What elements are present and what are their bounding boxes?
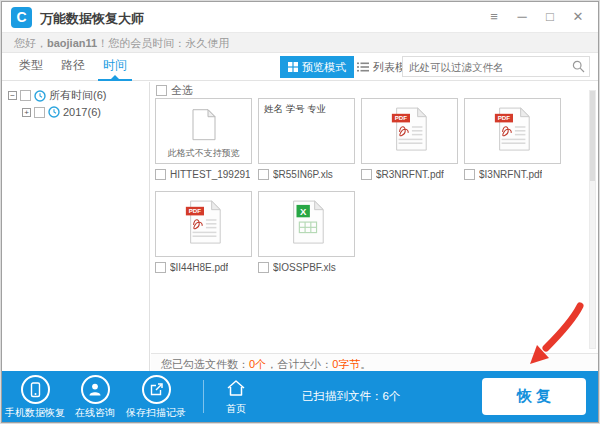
window-controls: ≡ ─ □ ✕	[480, 2, 592, 32]
online-support-button[interactable]: 在线咨询	[66, 375, 124, 420]
menu-icon[interactable]: ≡	[480, 2, 508, 32]
file-name: $II44H8E.pdf	[170, 262, 228, 273]
select-all-label: 全选	[171, 83, 193, 98]
svg-text:PDF: PDF	[497, 114, 510, 121]
no-preview-caption: 此格式不支持预览	[156, 147, 251, 160]
vertical-scrollbar[interactable]	[589, 90, 596, 349]
file-thumbnail[interactable]: X	[258, 191, 355, 257]
search-box	[402, 56, 590, 77]
tree-item-2017[interactable]: + 2017(6)	[22, 106, 101, 118]
pdf-file-icon: PDF	[389, 105, 431, 153]
app-window: C 万能数据恢复大师 ≡ ─ □ ✕ 您好，baojian11！您的会员时间：永…	[1, 1, 599, 423]
status-mid: ，合计大小：	[266, 358, 332, 370]
blank-file-icon	[191, 109, 217, 141]
scanned-count: 已扫描到文件：6个	[302, 371, 400, 422]
scrollbar-thumb[interactable]	[590, 91, 595, 181]
file-tile[interactable]: PDF $II44H8E.pdf	[155, 191, 252, 274]
preview-mode-label: 预览模式	[302, 60, 346, 75]
time-tree-panel: − 所有时间(6) + 2017(6)	[2, 82, 150, 371]
welcome-greeting: 您好，	[14, 37, 47, 49]
svg-text:X: X	[300, 206, 307, 217]
toolbar: 类型 路径 时间 预览模式 列表模式	[2, 53, 598, 81]
tree-item-label: 2017(6)	[63, 106, 101, 118]
home-button[interactable]: 首页	[214, 379, 258, 416]
phone-recovery-label: 手机数据恢复	[4, 406, 66, 420]
file-name: $I3NRFNT.pdf	[479, 169, 542, 180]
svg-text:PDF: PDF	[188, 207, 201, 214]
online-support-label: 在线咨询	[66, 406, 124, 420]
selected-count: 0个	[249, 358, 266, 370]
preview-mode-button[interactable]: 预览模式	[280, 56, 354, 78]
list-icon	[357, 62, 369, 72]
bottom-action-bar: 手机数据恢复 在线咨询 保存扫描记录	[2, 371, 598, 422]
file-checkbox[interactable]	[258, 262, 269, 273]
search-icon[interactable]	[572, 60, 585, 73]
selection-status-bar: 您已勾选文件数：0个，合计大小：0字节。	[151, 353, 598, 373]
tree-item-all-time[interactable]: − 所有时间(6)	[8, 88, 106, 103]
username: baojian11	[47, 37, 97, 49]
file-name: $R3NRFNT.pdf	[376, 169, 444, 180]
file-name: $R55IN6P.xls	[273, 169, 333, 180]
file-checkbox[interactable]	[155, 169, 166, 180]
select-all[interactable]: 全选	[156, 83, 193, 98]
phone-icon	[28, 382, 43, 398]
file-tile[interactable]: 姓名 学号 专业 $R55IN6P.xls	[258, 98, 355, 181]
status-end: 。	[360, 358, 371, 370]
expand-icon[interactable]: +	[22, 108, 31, 117]
title-bar: C 万能数据恢复大师 ≡ ─ □ ✕	[2, 2, 598, 32]
file-checkbox[interactable]	[361, 169, 372, 180]
app-title: 万能数据恢复大师	[40, 10, 144, 28]
welcome-suffix: ！您的会员时间：永久使用	[97, 37, 229, 49]
welcome-bar: 您好，baojian11！您的会员时间：永久使用	[2, 32, 598, 53]
collapse-icon[interactable]: −	[8, 91, 17, 100]
file-thumbnail[interactable]: 姓名 学号 专业	[258, 98, 355, 164]
file-area: 全选 此格式不支持预览 HITTEST_19929100... 姓名 学号 专业	[151, 82, 598, 351]
maximize-icon[interactable]: □	[536, 2, 564, 32]
home-icon	[226, 379, 246, 397]
pdf-file-icon: PDF	[183, 198, 225, 246]
search-input[interactable]	[409, 57, 569, 76]
select-all-checkbox[interactable]	[156, 85, 167, 96]
grid-icon	[288, 62, 298, 72]
tree-item-label: 所有时间(6)	[49, 88, 106, 103]
file-checkbox[interactable]	[155, 262, 166, 273]
file-tile[interactable]: PDF $R3NRFNT.pdf	[361, 98, 458, 181]
person-icon	[87, 382, 103, 397]
save-scan-record-label: 保存扫描记录	[124, 406, 188, 420]
save-scan-record-button[interactable]: 保存扫描记录	[124, 375, 188, 420]
app-logo-icon: C	[11, 7, 32, 28]
file-tile[interactable]: X $IOSSPBF.xls	[258, 191, 355, 274]
recover-button[interactable]: 恢 复	[482, 378, 586, 415]
clock-icon	[34, 90, 46, 102]
file-thumbnail[interactable]: PDF	[464, 98, 561, 164]
phone-recovery-button[interactable]: 手机数据恢复	[4, 375, 66, 420]
file-checkbox[interactable]	[258, 169, 269, 180]
tab-type[interactable]: 类型	[19, 57, 43, 74]
home-label: 首页	[214, 402, 258, 416]
tree-checkbox[interactable]	[20, 90, 31, 101]
file-tile[interactable]: PDF $I3NRFNT.pdf	[464, 98, 561, 181]
tab-time[interactable]: 时间	[103, 57, 127, 74]
file-name: $IOSSPBF.xls	[273, 262, 336, 273]
text-preview: 姓名 学号 专业	[264, 103, 326, 116]
close-icon[interactable]: ✕	[564, 2, 592, 32]
file-checkbox[interactable]	[464, 169, 475, 180]
file-grid: 此格式不支持预览 HITTEST_19929100... 姓名 学号 专业 $R…	[155, 98, 573, 284]
status-prefix: 您已勾选文件数：	[161, 358, 249, 370]
tree-checkbox[interactable]	[34, 107, 45, 118]
selected-size: 0字节	[332, 358, 360, 370]
file-thumbnail[interactable]: PDF	[361, 98, 458, 164]
file-name: HITTEST_19929100...	[170, 169, 250, 180]
bottom-bar-divider	[203, 380, 204, 413]
file-thumbnail[interactable]: 此格式不支持预览	[155, 98, 252, 164]
minimize-icon[interactable]: ─	[508, 2, 536, 32]
file-tile[interactable]: 此格式不支持预览 HITTEST_19929100...	[155, 98, 252, 181]
tab-path[interactable]: 路径	[61, 57, 85, 74]
clock-icon	[48, 106, 60, 118]
pdf-file-icon: PDF	[492, 105, 534, 153]
file-thumbnail[interactable]: PDF	[155, 191, 252, 257]
export-icon	[149, 382, 164, 397]
svg-text:PDF: PDF	[394, 114, 407, 121]
excel-file-icon: X	[286, 198, 328, 246]
